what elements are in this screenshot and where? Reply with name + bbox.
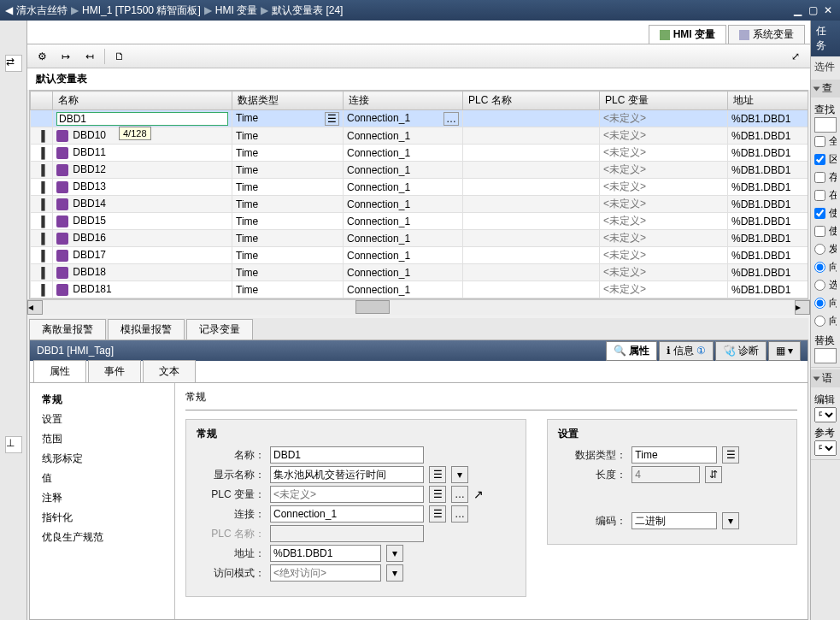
cell-addr[interactable]: %DB1.DBD1 [728,127,809,145]
cell-addr[interactable]: %DB1.DBD1 [728,162,809,179]
cell-conn[interactable]: Connection_1 … [344,110,463,127]
inspector-tab-properties[interactable]: 🔍属性 [606,341,657,361]
cell-plcname[interactable] [463,162,600,179]
crumb-0[interactable]: 清水吉丝特 [16,3,68,18]
cell-plcname[interactable] [463,247,600,264]
cell-plcvar[interactable]: <未定义> [600,179,728,196]
table-row[interactable]: ▐ DBD181 Time Connection_1 <未定义> %DB1.DB… [31,281,809,298]
row-marker[interactable]: ▐ [31,213,53,230]
cell-dtype[interactable]: Time [232,247,344,264]
toolbar-btn-1[interactable]: ⚙ [32,47,51,66]
edit-lang-select[interactable]: 中文 [814,407,837,422]
cell-addr[interactable]: %DB1.DBD1 [728,247,809,264]
stepper-icon[interactable]: ⇵ [705,466,722,483]
chevron-down-icon[interactable]: ▾ [451,466,468,483]
cell-dtype[interactable]: Time ☰ [232,110,344,127]
tab-hmi-vars[interactable]: HMI 变量 [649,25,726,44]
cell-addr[interactable]: %DB1.DBD1 [728,230,809,247]
cell-name[interactable]: DBD14 [53,196,232,213]
col-conn[interactable]: 连接 [344,92,463,110]
scroll-thumb[interactable] [355,300,390,314]
row-marker[interactable]: ▐ [31,281,53,298]
cell-conn[interactable]: Connection_1 [344,196,463,213]
nav-pointer[interactable]: 指针化 [33,508,171,528]
nav-linear[interactable]: 线形标定 [33,449,171,469]
cell-dtype[interactable]: Time [232,264,344,281]
tab-analog-alarm[interactable]: 模拟量报警 [108,319,185,340]
cell-name[interactable]: DBD17 [53,247,232,264]
col-marker[interactable] [31,92,53,110]
cell-conn[interactable]: Connection_1 [344,145,463,162]
ref-lang-select[interactable]: 中文 [814,440,837,456]
radio-5[interactable]: 向 [814,312,837,330]
cell-plcvar[interactable]: <未定义> [600,230,728,247]
cell-conn[interactable]: Connection_1 [344,230,463,247]
minimize-icon[interactable]: ▁ [790,3,804,17]
cell-plcname[interactable] [463,145,600,162]
opt-d[interactable]: 在 [814,186,837,204]
cell-name[interactable]: DBD13 [53,179,232,196]
cell-name[interactable]: DBD18 [53,264,232,281]
cell-addr[interactable]: %DB1.DBD1 [728,110,809,127]
tab-log-var[interactable]: 记录变量 [186,319,253,340]
toolbar-btn-4[interactable]: 🗋 [110,47,129,66]
crumb-1[interactable]: HMI_1 [TP1500 精智面板] [82,3,201,18]
cell-plcname[interactable] [463,264,600,281]
table-hscroll[interactable]: ◂▸ [27,299,810,315]
cell-dtype[interactable]: Time [232,213,344,230]
cell-plcvar[interactable]: <未定义> [600,127,728,145]
cell-plcname[interactable] [463,230,600,247]
input-datatype[interactable] [631,446,717,464]
input-encoding[interactable] [631,512,717,529]
cell-plcname[interactable] [463,127,600,145]
subtab-properties[interactable]: 属性 [33,360,86,382]
chevron-down-icon[interactable]: ▾ [386,564,403,582]
row-marker[interactable] [31,110,53,127]
col-plcname[interactable]: PLC 名称 [463,92,600,110]
tag-table[interactable]: 名称 数据类型 连接 PLC 名称 PLC 变量 地址 Time ☰ Conne… [29,90,808,299]
nav-back-icon[interactable]: ◀ [5,4,13,16]
cell-plcvar[interactable]: <未定义> [600,264,728,281]
cell-addr[interactable]: %DB1.DBD1 [728,213,809,230]
cell-plcvar[interactable]: <未定义> [600,247,728,264]
cell-conn[interactable]: Connection_1 [344,179,463,196]
opt-b[interactable]: 区 [814,151,837,168]
table-row[interactable]: ▐ DBD17 Time Connection_1 <未定义> %DB1.DBD… [31,247,809,264]
input-connection[interactable] [270,505,424,523]
inspector-tab-diag[interactable]: 🩺诊断 [715,341,767,361]
row-marker[interactable]: ▐ [31,179,53,196]
nav-gmp[interactable]: 优良生产规范 [33,528,171,547]
tab-discrete-alarm[interactable]: 离散量报警 [29,319,106,340]
subtab-events[interactable]: 事件 [88,360,141,382]
property-nav[interactable]: 常规 设置 范围 线形标定 值 注释 指针化 优良生产规范 [30,383,175,619]
replace-input[interactable] [814,348,837,363]
nav-comment[interactable]: 注释 [33,488,171,508]
dropdown-icon[interactable]: ☰ [429,505,446,523]
subtab-texts[interactable]: 文本 [143,360,196,382]
col-name[interactable]: 名称 [53,92,232,110]
cell-plcname[interactable] [463,196,600,213]
radio-3[interactable]: 选 [814,276,837,294]
row-marker[interactable]: ▐ [31,127,53,145]
table-row[interactable]: ▐ DBD14 Time Connection_1 <未定义> %DB1.DBD… [31,196,809,213]
nav-general[interactable]: 常规 [33,390,171,410]
row-marker[interactable]: ▐ [31,230,53,247]
cell-addr[interactable]: %DB1.DBD1 [728,196,809,213]
row-marker[interactable]: ▐ [31,247,53,264]
cell-addr[interactable]: %DB1.DBD1 [728,264,809,281]
crumb-3[interactable]: 默认变量表 [24] [272,3,343,18]
cell-name[interactable] [53,110,232,127]
table-row[interactable]: ▐ DBD18 Time Connection_1 <未定义> %DB1.DBD… [31,264,809,281]
inspector-layout-btn[interactable]: ▦ ▾ [768,341,801,361]
table-row[interactable]: ▐ DBD11 Time Connection_1 <未定义> %DB1.DBD… [31,145,809,162]
crumb-2[interactable]: HMI 变量 [215,3,257,18]
col-dtype[interactable]: 数据类型 [232,92,344,110]
opt-f[interactable]: 使 [814,222,837,240]
tab-sys-vars[interactable]: 系统变量 [728,25,805,44]
cell-dtype[interactable]: Time [232,162,344,179]
toolbar-btn-right[interactable]: ⤢ [786,47,805,66]
row-marker[interactable]: ▐ [31,196,53,213]
row-marker[interactable]: ▐ [31,145,53,162]
cell-conn[interactable]: Connection_1 [344,162,463,179]
table-row[interactable]: ▐ DBD12 Time Connection_1 <未定义> %DB1.DBD… [31,162,809,179]
